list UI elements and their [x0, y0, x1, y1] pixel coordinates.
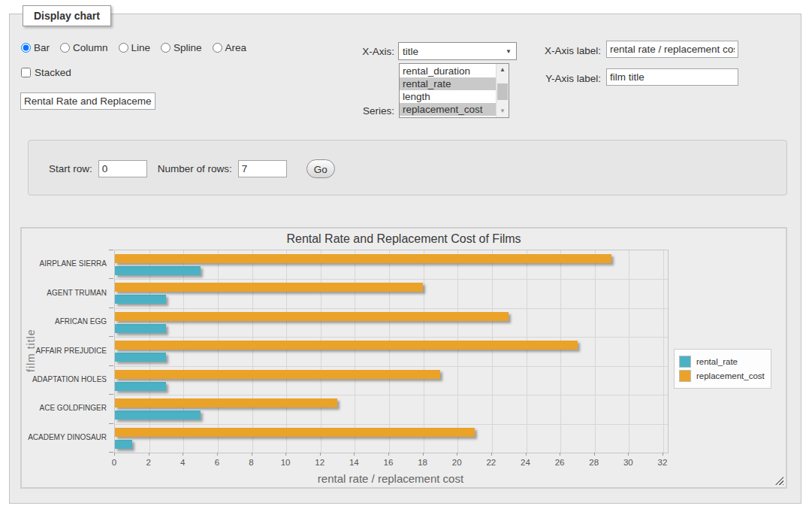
y-tick-mark	[109, 336, 113, 337]
x-tick-mark	[388, 453, 389, 456]
x-tick-mark	[320, 453, 321, 456]
series-option-length[interactable]: length	[400, 90, 496, 103]
number-of-rows-label: Number of rows:	[158, 163, 232, 174]
category-label: AFFAIR PREJUDICE	[22, 347, 107, 355]
gridline-x	[560, 250, 561, 453]
x-tick-label: 20	[452, 458, 462, 467]
x-tick-mark	[526, 453, 527, 456]
chart-type-radio-line[interactable]: Line	[119, 42, 151, 53]
radio-label: Bar	[34, 42, 50, 53]
x-tick-label: 12	[315, 458, 324, 467]
series-option-rental_duration[interactable]: rental_duration	[400, 65, 496, 77]
chart-type-radio-column[interactable]: Column	[60, 42, 108, 53]
bar-rental_rate	[115, 411, 201, 420]
y-tick-mark	[109, 423, 113, 424]
x-tick-label: 28	[589, 458, 599, 467]
chart-type-radio-area[interactable]: Area	[213, 42, 247, 53]
radio-label: Line	[131, 42, 151, 53]
bar-replacement_cost	[115, 370, 440, 379]
series-option-rental_rate[interactable]: rental_rate	[400, 77, 496, 90]
gridline-x	[218, 250, 219, 453]
x-tick-label: 22	[486, 458, 496, 467]
start-row-input[interactable]	[98, 160, 147, 177]
radio-bar[interactable]	[21, 43, 31, 53]
series-listbox-label: Series:	[338, 105, 394, 117]
gridline-x	[252, 250, 253, 453]
y-tick-mark	[109, 250, 113, 250]
x-axis-label-caption: X-Axis label:	[530, 45, 601, 56]
x-tick-label: 10	[281, 458, 291, 467]
category-label: AGENT TRUMAN	[22, 289, 107, 297]
x-tick-mark	[354, 453, 355, 456]
scroll-up-icon[interactable]: ▲	[497, 64, 509, 76]
bar-rental_rate	[115, 353, 166, 362]
x-axis-select-label: X-Axis:	[338, 46, 394, 57]
radio-label: Area	[225, 42, 247, 53]
bar-rental_rate	[115, 440, 132, 449]
legend-label: rental_rate	[696, 357, 738, 366]
y-tick-mark	[109, 452, 113, 453]
radio-column[interactable]	[60, 43, 70, 53]
gridline-x	[149, 250, 150, 453]
chart-title-input[interactable]	[20, 92, 155, 110]
y-tick-mark	[109, 365, 113, 366]
gridline-y	[115, 279, 668, 280]
radio-label: Spline	[174, 42, 202, 53]
x-tick-label: 8	[249, 458, 253, 467]
series-listbox[interactable]: rental_durationrental_ratelengthreplacem…	[399, 63, 509, 118]
y-axis-label-input[interactable]	[606, 68, 738, 86]
series-scrollbar[interactable]: ▲ ▼	[496, 64, 509, 117]
bar-replacement_cost	[115, 341, 578, 350]
x-axis-selected-value: title	[403, 46, 418, 57]
radio-area[interactable]	[213, 43, 222, 53]
chart-type-radio-spline[interactable]: Spline	[161, 42, 202, 53]
bar-replacement_cost	[115, 428, 475, 437]
x-tick-mark	[457, 453, 457, 456]
stacked-checkbox-row[interactable]: Stacked	[21, 67, 71, 78]
chart-title: Rental Rate and Replacement Cost of Film…	[22, 232, 786, 246]
legend-item-replacement_cost: replacement_cost	[679, 370, 765, 382]
stacked-checkbox[interactable]	[21, 68, 31, 77]
bar-rental_rate	[115, 295, 166, 304]
gridline-y	[115, 366, 668, 367]
gridline-y	[115, 424, 668, 425]
gridline-x	[457, 250, 458, 453]
number-of-rows-input[interactable]	[238, 160, 287, 177]
x-tick-mark	[491, 453, 492, 456]
x-axis-label-input[interactable]	[606, 41, 738, 58]
radio-spline[interactable]	[161, 43, 171, 53]
resize-handle-icon[interactable]	[775, 477, 783, 485]
gridline-x	[527, 250, 527, 453]
category-label: ADAPTATION HOLES	[22, 375, 107, 383]
bar-replacement_cost	[115, 398, 337, 407]
series-options: rental_durationrental_ratelengthreplacem…	[400, 65, 496, 116]
bar-replacement_cost	[115, 254, 611, 263]
x-tick-mark	[628, 453, 629, 456]
series-option-replacement_cost[interactable]: replacement_cost	[400, 103, 496, 116]
start-row-label: Start row:	[49, 163, 92, 174]
chart-legend: rental_ratereplacement_cost	[674, 349, 771, 389]
x-axis-select[interactable]: title ▼	[398, 42, 517, 60]
y-tick-mark	[109, 308, 113, 308]
chart-type-radios: BarColumnLineSplineArea	[21, 42, 254, 53]
panel-legend: Display chart	[23, 5, 111, 26]
scroll-down-icon[interactable]: ▼	[497, 105, 509, 117]
x-tick-mark	[423, 453, 424, 456]
scrollbar-thumb[interactable]	[497, 83, 508, 100]
gridline-x	[321, 250, 321, 453]
y-category-labels: AIRPLANE SIERRAAGENT TRUMANAFRICAN EGGAF…	[22, 250, 107, 452]
x-tick-label: 32	[658, 458, 668, 467]
chart-widget: Rental Rate and Replacement Cost of Film…	[20, 227, 787, 489]
category-label: AIRPLANE SIERRA	[22, 259, 107, 268]
gridline-x	[595, 250, 596, 453]
gridline-x	[355, 250, 355, 453]
x-tick-mark	[217, 453, 218, 456]
chart-type-radio-bar[interactable]: Bar	[21, 42, 50, 53]
go-button[interactable]: Go	[306, 159, 335, 178]
x-tick-mark	[663, 453, 663, 456]
legend-item-rental_rate: rental_rate	[679, 356, 765, 368]
plot-area	[114, 250, 669, 453]
radio-line[interactable]	[119, 43, 128, 53]
x-tick-mark	[285, 453, 286, 456]
bar-replacement_cost	[115, 283, 423, 292]
